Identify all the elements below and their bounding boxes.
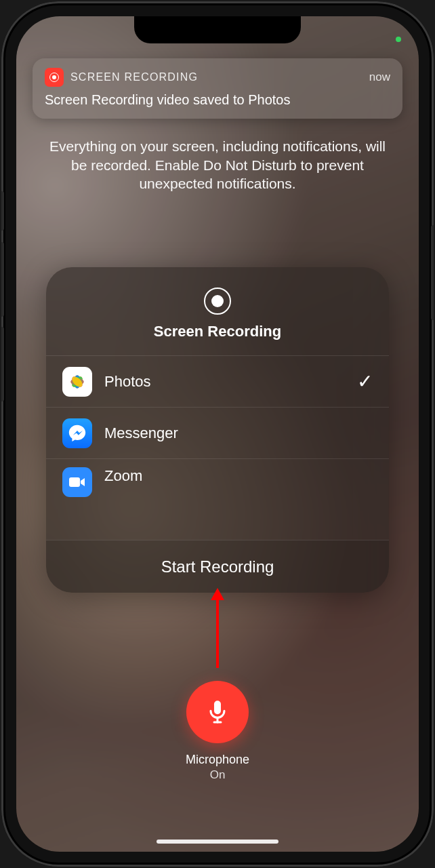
destination-row-photos[interactable]: Photos ✓ (46, 356, 389, 408)
notification-body: Screen Recording video saved to Photos (45, 92, 390, 108)
destination-row-zoom[interactable]: Zoom (46, 459, 389, 501)
start-recording-label: Start Recording (161, 557, 274, 576)
screen: SCREEN RECORDING now Screen Recording vi… (16, 16, 419, 852)
notification-app-name: SCREEN RECORDING (70, 71, 362, 83)
destination-row-messenger[interactable]: Messenger (46, 408, 389, 459)
microphone-state: On (210, 768, 226, 782)
svg-rect-8 (69, 477, 80, 487)
destination-label: Zoom (104, 467, 373, 485)
destination-label: Photos (104, 373, 345, 391)
destination-list[interactable]: Photos ✓ Messenger (46, 355, 389, 501)
video-camera-icon (68, 475, 86, 489)
card-title: Screen Recording (154, 323, 281, 340)
screen-recording-card: Screen Recording (46, 267, 389, 593)
notification-banner[interactable]: SCREEN RECORDING now Screen Recording vi… (33, 58, 402, 119)
microphone-icon (204, 698, 231, 726)
flower-icon (66, 370, 89, 393)
destination-label: Messenger (104, 425, 373, 442)
messenger-app-icon (62, 418, 92, 448)
microphone-label: Microphone (186, 753, 249, 767)
zoom-app-icon (62, 467, 92, 497)
volume-up-button[interactable] (1, 242, 4, 317)
record-icon (49, 73, 59, 82)
instruction-text: Everything on your screen, including not… (49, 137, 386, 193)
photos-app-icon (62, 367, 92, 397)
microphone-toggle[interactable]: Microphone On (186, 681, 249, 782)
phone-frame: SCREEN RECORDING now Screen Recording vi… (1, 1, 434, 867)
checkmark-icon: ✓ (357, 370, 373, 393)
power-button[interactable] (431, 225, 434, 320)
notification-time: now (369, 71, 390, 84)
volume-down-button[interactable] (1, 327, 4, 401)
ring-switch[interactable] (1, 191, 4, 231)
messenger-icon (67, 423, 87, 443)
home-indicator[interactable] (157, 840, 278, 844)
notch (134, 16, 301, 43)
camera-indicator-dot (396, 37, 401, 42)
screen-recording-app-icon (45, 68, 64, 87)
start-recording-button[interactable]: Start Recording (46, 540, 389, 593)
record-icon (204, 288, 231, 315)
